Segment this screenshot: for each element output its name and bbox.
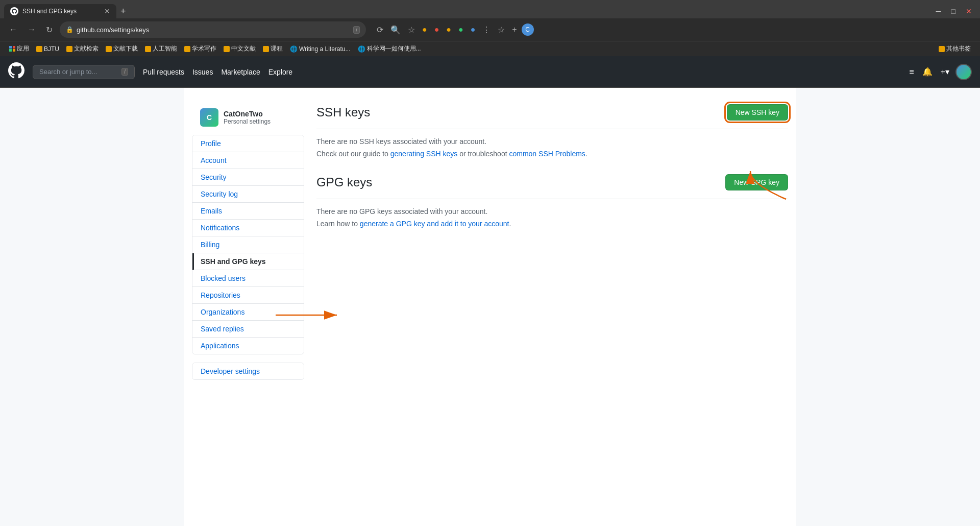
ssh-empty-message: There are no SSH keys associated with yo…: [316, 137, 788, 146]
maximize-button[interactable]: □: [947, 6, 960, 16]
generate-gpg-key-link[interactable]: generate a GPG key and add it to your ac…: [360, 220, 509, 228]
create-new[interactable]: +▾: [939, 65, 951, 79]
menu-icon[interactable]: ⋮: [480, 23, 493, 36]
ssh-help-middle: or troubleshoot: [457, 150, 509, 158]
address-bar[interactable]: 🔒 github.com/settings/keys /: [60, 21, 366, 38]
generating-ssh-keys-link[interactable]: generating SSH keys: [390, 150, 458, 158]
tab-title: SSH and GPG keys: [22, 8, 100, 15]
sidebar-developer-nav: Developer settings: [192, 363, 304, 380]
gpg-section-header: GPG keys New GPG key: [316, 174, 788, 199]
sidebar-username: CatOneTwo: [224, 110, 271, 118]
github-logo[interactable]: [8, 62, 24, 82]
sidebar-item-profile[interactable]: Profile: [192, 135, 304, 152]
bookmark-sciencenet[interactable]: 🌐 科学网—如何使用...: [355, 43, 424, 54]
ext5-icon[interactable]: ●: [468, 23, 478, 36]
bookmark-icon[interactable]: ☆: [495, 23, 507, 36]
toolbar-icons: ⟳ 🔍 ☆ ● ● ● ● ● ⋮ ☆ + C: [374, 23, 534, 36]
close-tab-button[interactable]: ✕: [104, 7, 110, 15]
user-avatar[interactable]: [955, 64, 972, 80]
search-icon[interactable]: 🔍: [388, 23, 403, 36]
sidebar-item-notifications[interactable]: Notifications: [192, 220, 304, 236]
ext4-icon[interactable]: ●: [456, 23, 466, 36]
sidebar-item-security[interactable]: Security: [192, 169, 304, 186]
sidebar-item-saved-replies[interactable]: Saved replies: [192, 321, 304, 338]
sidebar-item-blocked-users[interactable]: Blocked users: [192, 270, 304, 287]
sidebar-item-developer-settings[interactable]: Developer settings: [192, 363, 304, 379]
minimize-button[interactable]: ─: [932, 6, 945, 16]
ssh-help-prefix: Check out our guide to: [316, 150, 390, 158]
sidebar-item-account[interactable]: Account: [192, 152, 304, 169]
sidebar-user: C CatOneTwo Personal settings: [192, 104, 304, 131]
new-ssh-key-button[interactable]: New SSH key: [727, 104, 788, 121]
search-placeholder: Search or jump to...: [39, 68, 117, 76]
lock-icon: 🔒: [66, 26, 74, 33]
gpg-section-title: GPG keys: [316, 175, 372, 189]
ssh-keys-section: SSH keys New SSH key There are no SSH ke…: [316, 104, 788, 158]
gpg-help-suffix: .: [509, 220, 511, 228]
nav-marketplace[interactable]: Marketplace: [221, 68, 260, 76]
bookmark-literature-search[interactable]: 文献检索: [63, 43, 102, 54]
add-icon[interactable]: +: [509, 23, 519, 36]
ssh-section-header: SSH keys New SSH key: [316, 104, 788, 129]
nav-links: Pull requests Issues Marketplace Explore: [143, 68, 292, 76]
gpg-empty-message: There are no GPG keys associated with yo…: [316, 207, 788, 216]
forward-button[interactable]: →: [24, 23, 39, 36]
nav-pull-requests[interactable]: Pull requests: [143, 68, 184, 76]
gpg-help-text: Learn how to generate a GPG key and add …: [316, 220, 788, 228]
common-ssh-problems-link[interactable]: common SSH Problems: [509, 150, 585, 158]
sidebar-item-security-log[interactable]: Security log: [192, 186, 304, 203]
bookmark-other[interactable]: 其他书签: [936, 43, 974, 54]
gpg-help-prefix: Learn how to: [316, 220, 360, 228]
bookmark-chinese-literature[interactable]: 中文文献: [220, 43, 259, 54]
sidebar-item-ssh-gpg-keys[interactable]: SSH and GPG keys: [192, 253, 304, 270]
bookmark-course[interactable]: 课程: [260, 43, 286, 54]
refresh-button[interactable]: ↻: [43, 23, 56, 37]
browser-toolbar: ← → ↻ 🔒 github.com/settings/keys / ⟳ 🔍 ☆…: [0, 18, 980, 41]
search-shortcut: /: [121, 68, 128, 76]
bookmark-bjtu[interactable]: BJTU: [33, 44, 62, 54]
global-search[interactable]: Search or jump to... /: [33, 65, 135, 79]
window-controls: ─ □ ✕: [932, 6, 976, 16]
main-content: SSH keys New SSH key There are no SSH ke…: [316, 104, 788, 510]
sidebar-subtitle: Personal settings: [224, 118, 271, 125]
bookmark-literature-download[interactable]: 文献下载: [103, 43, 141, 54]
ext3-icon[interactable]: ●: [444, 23, 454, 36]
sidebar-item-applications[interactable]: Applications: [192, 338, 304, 354]
new-tab-button[interactable]: +: [116, 6, 130, 17]
gpg-keys-section: GPG keys New GPG key There are no GPG ke…: [316, 174, 788, 228]
ssh-section-title: SSH keys: [316, 105, 370, 119]
settings-sidebar: C CatOneTwo Personal settings Profile Ac…: [192, 104, 304, 510]
hamburger-menu[interactable]: ≡: [907, 65, 916, 79]
new-gpg-key-button[interactable]: New GPG key: [725, 174, 788, 190]
github-nav: Search or jump to... / Pull requests Iss…: [0, 56, 980, 88]
browser-tab[interactable]: SSH and GPG keys ✕: [4, 4, 116, 18]
nav-right: ≡ 🔔 +▾: [907, 64, 972, 80]
close-window-button[interactable]: ✕: [962, 6, 976, 16]
sidebar-item-emails[interactable]: Emails: [192, 203, 304, 220]
nav-explore[interactable]: Explore: [268, 68, 292, 76]
notifications-bell[interactable]: 🔔: [920, 65, 935, 79]
bookmark-ai[interactable]: 人工智能: [142, 43, 180, 54]
ssh-help-text: Check out our guide to generating SSH ke…: [316, 150, 788, 158]
bookmarks-bar: 应用 BJTU 文献检索 文献下载 人工智能 学术写作 中文文献 课程 🌐 Wr…: [0, 41, 980, 56]
sidebar-nav: Profile Account Security Security log Em…: [192, 135, 304, 354]
profile-icon[interactable]: C: [522, 23, 534, 36]
sidebar-item-organizations[interactable]: Organizations: [192, 304, 304, 321]
url-display: github.com/settings/keys: [77, 26, 350, 34]
extensions-icon[interactable]: ●: [420, 23, 430, 36]
translate-icon[interactable]: ⟳: [374, 23, 386, 36]
bookmark-writing-literature[interactable]: 🌐 Writing a Literatu...: [287, 44, 354, 54]
tab-favicon: [10, 7, 18, 15]
back-button[interactable]: ←: [6, 23, 20, 36]
bookmark-apps[interactable]: 应用: [6, 43, 32, 54]
nav-issues[interactable]: Issues: [192, 68, 213, 76]
bookmark-academic-writing[interactable]: 学术写作: [181, 43, 219, 54]
star-icon[interactable]: ☆: [405, 23, 418, 36]
slash-shortcut: /: [353, 26, 360, 34]
sidebar-avatar: C: [200, 108, 218, 127]
sidebar-item-repositories[interactable]: Repositories: [192, 287, 304, 304]
sidebar-item-billing[interactable]: Billing: [192, 236, 304, 253]
ssh-help-suffix: .: [585, 150, 587, 158]
ext2-icon[interactable]: ●: [432, 23, 442, 36]
